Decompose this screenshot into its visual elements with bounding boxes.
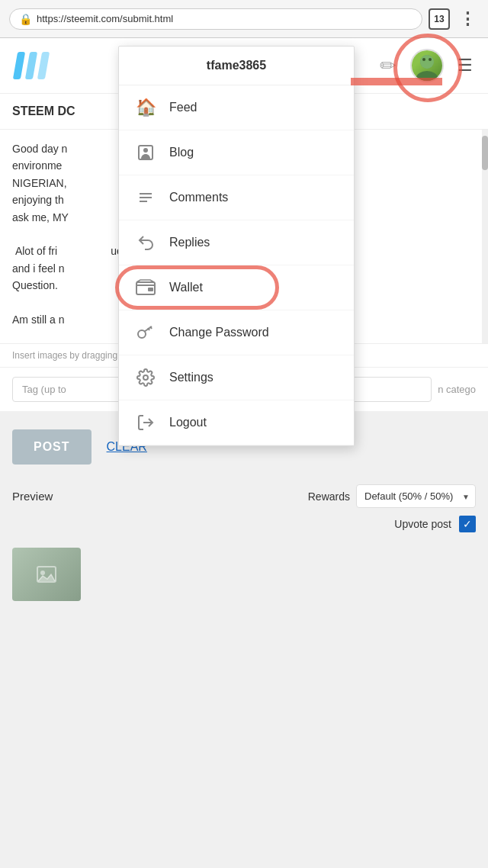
- menu-item-change-password[interactable]: Change Password: [119, 310, 354, 355]
- preview-content: [0, 535, 488, 607]
- menu-item-replies[interactable]: Replies: [119, 220, 354, 265]
- menu-item-logout[interactable]: Logout: [119, 400, 354, 445]
- steem-logo[interactable]: [15, 52, 47, 79]
- dropdown-username: tfame3865: [119, 47, 354, 85]
- replies-label: Replies: [169, 236, 210, 249]
- avatar[interactable]: [410, 49, 444, 82]
- avatar-image: [412, 50, 442, 81]
- tag-input-right-text: n catego: [438, 384, 476, 395]
- browser-bar: 🔒 https://steemit.com/submit.html 13 ⋮: [0, 0, 488, 38]
- change-password-icon: [134, 321, 157, 344]
- logout-label: Logout: [169, 416, 207, 429]
- preview-section: Preview Rewards Default (50% / 50%) ▼ Up…: [0, 477, 488, 622]
- tab-count[interactable]: 13: [429, 8, 450, 30]
- menu-item-blog[interactable]: Blog: [119, 130, 354, 175]
- logo-bar-3: [37, 52, 50, 79]
- svg-point-6: [143, 148, 148, 153]
- url-text: https://steemit.com/submit.html: [37, 13, 173, 24]
- svg-point-3: [422, 58, 425, 61]
- rewards-select-wrapper[interactable]: Default (50% / 50%) ▼: [356, 484, 476, 508]
- wallet-label: Wallet: [169, 281, 203, 294]
- replies-icon: [134, 231, 157, 254]
- svg-point-1: [416, 71, 438, 81]
- rewards-label: Rewards: [308, 490, 350, 503]
- svg-point-2: [420, 55, 434, 69]
- feed-icon: 🏠: [134, 96, 157, 119]
- blog-icon: [134, 141, 157, 164]
- settings-label: Settings: [169, 371, 214, 384]
- comments-icon: [134, 186, 157, 209]
- change-password-label: Change Password: [169, 326, 269, 339]
- scrollbar-thumb[interactable]: [482, 136, 488, 170]
- post-title-text: STEEM DC: [12, 104, 75, 117]
- rewards-select[interactable]: Default (50% / 50%): [356, 484, 476, 508]
- menu-item-settings[interactable]: Settings: [119, 355, 354, 400]
- user-dropdown-menu: tfame3865 🏠 Feed Blog Comments: [118, 46, 355, 446]
- scrollbar-track[interactable]: [482, 130, 488, 343]
- settings-icon: [134, 366, 157, 389]
- thumbnail-placeholder: [12, 548, 81, 601]
- svg-point-19: [40, 571, 45, 575]
- svg-point-16: [143, 375, 148, 380]
- logout-icon: [134, 411, 157, 434]
- logo-bar-1: [13, 52, 25, 79]
- address-bar[interactable]: 🔒 https://steemit.com/submit.html: [9, 8, 422, 30]
- lock-icon: 🔒: [19, 13, 32, 25]
- edit-icon[interactable]: ✏: [380, 54, 396, 78]
- tag-input-left-text: Tag (up to: [22, 384, 66, 395]
- blog-label: Blog: [169, 146, 194, 159]
- svg-point-4: [429, 58, 432, 61]
- svg-rect-11: [148, 288, 153, 291]
- hamburger-menu-icon[interactable]: ☰: [458, 56, 473, 76]
- preview-header-row: Preview Rewards Default (50% / 50%) ▼: [0, 477, 488, 513]
- avatar-wrapper: [410, 49, 444, 82]
- upvote-row: Upvote post ✓: [0, 513, 488, 535]
- post-button[interactable]: POST: [12, 429, 92, 465]
- comments-label: Comments: [169, 191, 228, 204]
- rewards-row: Rewards Default (50% / 50%) ▼: [308, 484, 476, 508]
- preview-label: Preview: [12, 490, 53, 503]
- header-right: ✏ ☰: [380, 49, 473, 82]
- menu-item-feed[interactable]: 🏠 Feed: [119, 85, 354, 130]
- menu-item-comments[interactable]: Comments: [119, 175, 354, 220]
- checkmark-icon: ✓: [463, 518, 472, 530]
- upvote-label: Upvote post: [394, 518, 451, 530]
- menu-item-wallet[interactable]: Wallet: [119, 265, 354, 310]
- more-menu-button[interactable]: ⋮: [456, 9, 479, 29]
- logo-bar-2: [25, 52, 37, 79]
- wallet-icon: [134, 276, 157, 299]
- preview-thumbnail: [12, 548, 81, 601]
- feed-label: Feed: [169, 101, 197, 114]
- upvote-checkbox[interactable]: ✓: [459, 516, 476, 532]
